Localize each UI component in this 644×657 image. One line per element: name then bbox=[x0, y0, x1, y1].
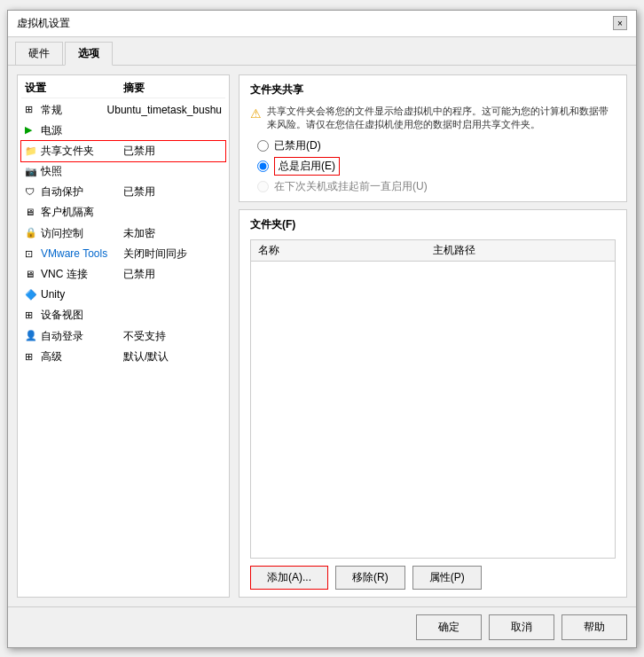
settings-item-unity[interactable]: 🔷 Unity bbox=[21, 285, 225, 305]
radio-always-on-label: 总是启用(E) bbox=[274, 157, 340, 176]
dialog-title: 虚拟机设置 bbox=[17, 16, 70, 31]
settings-item-snapshot[interactable]: 📷 快照 bbox=[21, 161, 225, 182]
settings-item-shared-folders[interactable]: 📁 共享文件夹 已禁用 bbox=[21, 141, 225, 161]
radio-until-off[interactable]: 在下次关机或挂起前一直启用(U) bbox=[257, 179, 616, 194]
folders-table: 名称 主机路径 bbox=[250, 239, 616, 558]
summary-col-header: 摘要 bbox=[123, 81, 222, 96]
unity-icon: 🔷 bbox=[25, 287, 37, 303]
cancel-button[interactable]: 取消 bbox=[489, 614, 554, 640]
add-folder-button[interactable]: 添加(A)... bbox=[250, 566, 328, 590]
access-control-icon: 🔒 bbox=[25, 225, 37, 241]
vmware-tools-icon: ⊡ bbox=[25, 246, 37, 262]
bottom-bar: 确定 取消 帮助 bbox=[8, 606, 636, 647]
general-icon: ⊞ bbox=[25, 102, 37, 118]
vnc-icon: 🖥 bbox=[25, 267, 37, 283]
settings-item-auto-protect[interactable]: 🛡 自动保护 已禁用 bbox=[21, 182, 225, 202]
advanced-icon: ⊞ bbox=[25, 349, 37, 365]
guest-isolation-icon: 🖥 bbox=[25, 205, 37, 221]
tab-options[interactable]: 选项 bbox=[65, 42, 113, 66]
name-col-header: 名称 bbox=[258, 243, 433, 258]
title-bar: 虚拟机设置 × bbox=[8, 11, 636, 37]
settings-item-auto-login[interactable]: 👤 自动登录 不受支持 bbox=[21, 326, 225, 347]
tabs-bar: 硬件 选项 bbox=[8, 37, 636, 66]
folders-table-header: 名称 主机路径 bbox=[251, 240, 615, 262]
power-icon: ▶ bbox=[25, 122, 37, 138]
sharing-section-title: 文件夹共享 bbox=[250, 82, 616, 98]
settings-item-vmware-tools[interactable]: ⊡ VMware Tools 关闭时间同步 bbox=[21, 244, 225, 264]
radio-until-off-label: 在下次关机或挂起前一直启用(U) bbox=[274, 179, 428, 194]
content-area: 设置 摘要 ⊞ 常规 Ubuntu_timetask_bushu ▶ 电源 bbox=[8, 66, 636, 606]
radio-disabled-label: 已禁用(D) bbox=[274, 138, 321, 153]
folders-section-title: 文件夹(F) bbox=[250, 217, 616, 232]
left-settings-panel: 设置 摘要 ⊞ 常规 Ubuntu_timetask_bushu ▶ 电源 bbox=[17, 74, 230, 598]
folders-section: 文件夹(F) 名称 主机路径 添加(A)... 移除(R) 属性(P) bbox=[239, 209, 627, 597]
folders-actions: 添加(A)... 移除(R) 属性(P) bbox=[250, 566, 616, 590]
help-button[interactable]: 帮助 bbox=[562, 614, 627, 640]
warning-icon: ⚠ bbox=[250, 106, 262, 132]
snapshot-icon: 📷 bbox=[25, 164, 37, 180]
settings-table-header: 设置 摘要 bbox=[21, 79, 225, 98]
folders-table-body bbox=[251, 262, 615, 377]
settings-item-guest-isolation[interactable]: 🖥 客户机隔离 bbox=[21, 202, 225, 223]
properties-folder-button[interactable]: 属性(P) bbox=[412, 566, 482, 590]
path-col-header: 主机路径 bbox=[433, 243, 608, 258]
radio-always-on[interactable]: 总是启用(E) bbox=[257, 157, 616, 176]
settings-item-access-control[interactable]: 🔒 访问控制 未加密 bbox=[21, 223, 225, 244]
radio-disabled[interactable]: 已禁用(D) bbox=[257, 138, 616, 153]
remove-folder-button[interactable]: 移除(R) bbox=[335, 566, 405, 590]
tab-hardware[interactable]: 硬件 bbox=[15, 42, 63, 66]
virtual-machine-settings-dialog: 虚拟机设置 × 硬件 选项 设置 摘要 ⊞ 常规 Ubuntu_timetask… bbox=[7, 10, 637, 648]
sharing-section: 文件夹共享 ⚠ 共享文件夹会将您的文件显示给虚拟机中的程序。这可能为您的计算机和… bbox=[239, 74, 627, 203]
close-button[interactable]: × bbox=[613, 16, 627, 30]
warning-row: ⚠ 共享文件夹会将您的文件显示给虚拟机中的程序。这可能为您的计算机和数据带来风险… bbox=[250, 105, 616, 132]
ok-button[interactable]: 确定 bbox=[416, 614, 482, 640]
auto-protect-icon: 🛡 bbox=[25, 184, 37, 200]
settings-item-power[interactable]: ▶ 电源 bbox=[21, 121, 225, 141]
settings-item-advanced[interactable]: ⊞ 高级 默认/默认 bbox=[21, 347, 225, 367]
radio-group: 已禁用(D) 总是启用(E) 在下次关机或挂起前一直启用(U) bbox=[250, 138, 616, 194]
settings-item-vnc[interactable]: 🖥 VNC 连接 已禁用 bbox=[21, 264, 225, 285]
warning-text: 共享文件夹会将您的文件显示给虚拟机中的程序。这可能为您的计算机和数据带来风险。请… bbox=[267, 105, 616, 132]
setting-col-header: 设置 bbox=[25, 81, 123, 96]
shared-folders-icon: 📁 bbox=[25, 144, 37, 160]
right-panel: 文件夹共享 ⚠ 共享文件夹会将您的文件显示给虚拟机中的程序。这可能为您的计算机和… bbox=[239, 74, 627, 598]
device-view-icon: ⊞ bbox=[25, 308, 37, 324]
auto-login-icon: 👤 bbox=[25, 328, 37, 344]
settings-item-device-view[interactable]: ⊞ 设备视图 bbox=[21, 305, 225, 325]
settings-item-general[interactable]: ⊞ 常规 Ubuntu_timetask_bushu bbox=[21, 100, 225, 121]
